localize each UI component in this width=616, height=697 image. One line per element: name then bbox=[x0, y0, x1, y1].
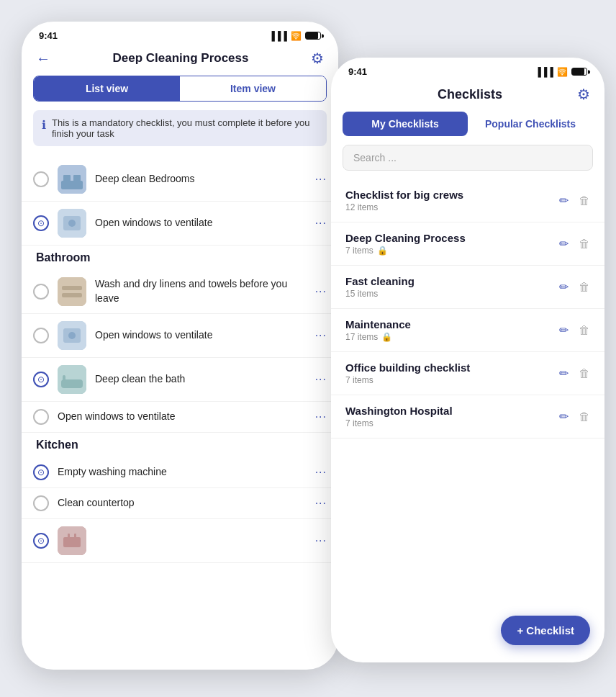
add-checklist-fab[interactable]: + Checklist bbox=[501, 616, 590, 645]
row-actions: ✏ 🗑 bbox=[559, 237, 590, 251]
svg-rect-3 bbox=[73, 175, 81, 182]
item-menu-dots[interactable]: ··· bbox=[315, 217, 327, 230]
right-tab-bar: My Checklists Popular Checklists bbox=[343, 112, 593, 136]
item-label: Wash and dry linens and towels before yo… bbox=[95, 277, 307, 305]
list-item: ⊙ Open windows to ventilate ··· bbox=[22, 202, 338, 246]
item-menu-dots[interactable]: ··· bbox=[315, 497, 327, 510]
row-actions: ✏ 🗑 bbox=[559, 194, 590, 207]
item-menu-dots[interactable]: ··· bbox=[315, 534, 327, 547]
svg-rect-15 bbox=[63, 375, 65, 381]
checklist-sub: 7 items 🔒 bbox=[345, 246, 559, 256]
check-circle[interactable] bbox=[33, 328, 49, 343]
back-button[interactable]: ← bbox=[36, 50, 50, 67]
list-item: Wash and dry linens and towels before yo… bbox=[22, 270, 338, 314]
list-item: ⊙ Deep clean the bath ··· bbox=[22, 358, 338, 402]
left-header: ← Deep Cleaning Process ⚙ bbox=[22, 44, 338, 76]
page-title-left: Deep Cleaning Process bbox=[113, 51, 249, 66]
lock-icon: 🔒 bbox=[381, 332, 392, 342]
list-row[interactable]: Fast cleaning 15 items ✏ 🗑 bbox=[331, 266, 604, 309]
edit-icon[interactable]: ✏ bbox=[559, 194, 569, 207]
checklist-title: Office building checklist bbox=[345, 361, 559, 374]
tab-list-view[interactable]: List view bbox=[34, 76, 180, 101]
svg-rect-8 bbox=[62, 286, 82, 290]
delete-icon[interactable]: 🗑 bbox=[579, 410, 590, 423]
item-menu-dots[interactable]: ··· bbox=[315, 410, 327, 423]
check-circle-camera[interactable]: ⊙ bbox=[33, 215, 49, 231]
list-row-content: Maintenance 17 items 🔒 bbox=[345, 318, 559, 342]
checklist-title: Washington Hospital bbox=[345, 405, 559, 417]
edit-icon[interactable]: ✏ bbox=[559, 367, 569, 380]
list-item: ⊙ Empty washing machine ··· bbox=[22, 457, 338, 488]
list-row[interactable]: Maintenance 17 items 🔒 ✏ 🗑 bbox=[331, 309, 604, 352]
row-actions: ✏ 🗑 bbox=[559, 367, 590, 380]
check-circle-camera[interactable]: ⊙ bbox=[33, 533, 49, 549]
item-thumbnail bbox=[58, 209, 86, 238]
list-row[interactable]: Deep Cleaning Process 7 items 🔒 ✏ 🗑 bbox=[331, 222, 604, 266]
item-menu-dots[interactable]: ··· bbox=[315, 173, 327, 186]
settings-button-left[interactable]: ⚙ bbox=[311, 50, 324, 67]
list-row[interactable]: Office building checklist 7 items ✏ 🗑 bbox=[331, 352, 604, 395]
row-actions: ✏ 🗑 bbox=[559, 410, 590, 423]
checklist-title: Fast cleaning bbox=[345, 275, 559, 287]
item-label: Open windows to ventilate bbox=[95, 216, 307, 230]
svg-rect-19 bbox=[74, 534, 76, 539]
tab-my-checklists[interactable]: My Checklists bbox=[343, 112, 468, 136]
edit-icon[interactable]: ✏ bbox=[559, 323, 569, 337]
item-thumbnail bbox=[58, 165, 86, 194]
item-label: Deep clean the bath bbox=[95, 372, 307, 387]
item-label: Open windows to ventilate bbox=[95, 328, 307, 343]
delete-icon[interactable]: 🗑 bbox=[579, 194, 590, 207]
check-circle-camera[interactable]: ⊙ bbox=[33, 372, 49, 387]
wifi-icon: 🛜 bbox=[291, 31, 302, 41]
check-circle[interactable] bbox=[33, 495, 49, 511]
list-row[interactable]: Washington Hospital 7 items ✏ 🗑 bbox=[331, 395, 604, 439]
delete-icon[interactable]: 🗑 bbox=[579, 324, 590, 337]
list-row-content: Deep Cleaning Process 7 items 🔒 bbox=[345, 232, 559, 256]
check-circle[interactable] bbox=[33, 409, 49, 425]
settings-button-right[interactable]: ⚙ bbox=[577, 86, 590, 103]
tab-item-view[interactable]: Item view bbox=[180, 76, 326, 101]
check-circle[interactable] bbox=[33, 171, 49, 187]
check-circle[interactable] bbox=[33, 284, 49, 300]
item-menu-dots[interactable]: ··· bbox=[315, 329, 327, 342]
list-row-content: Fast cleaning 15 items bbox=[345, 275, 559, 299]
checklist-sub: 7 items bbox=[345, 418, 559, 428]
battery-icon-right bbox=[571, 68, 587, 76]
time-left: 9:41 bbox=[39, 30, 58, 41]
list-row[interactable]: Checklist for big crews 12 items ✏ 🗑 bbox=[331, 179, 604, 222]
item-menu-dots[interactable]: ··· bbox=[315, 285, 327, 298]
edit-icon[interactable]: ✏ bbox=[559, 280, 569, 294]
edit-icon[interactable]: ✏ bbox=[559, 237, 569, 251]
svg-point-12 bbox=[68, 332, 76, 339]
delete-icon[interactable]: 🗑 bbox=[579, 238, 590, 251]
list-row-content: Office building checklist 7 items bbox=[345, 361, 559, 385]
item-menu-dots[interactable]: ··· bbox=[315, 373, 327, 386]
right-phone: 9:41 ▐▐▐ 🛜 Checklists ⚙ My Checklists Po… bbox=[331, 58, 604, 662]
item-thumbnail bbox=[58, 321, 86, 350]
item-label: Clean countertop bbox=[58, 496, 307, 511]
wifi-icon-right: 🛜 bbox=[557, 67, 568, 77]
signal-icon-right: ▐▐▐ bbox=[535, 67, 553, 77]
section-heading-bathroom: Bathroom bbox=[22, 246, 338, 270]
info-icon: ℹ bbox=[42, 118, 46, 132]
delete-icon[interactable]: 🗑 bbox=[579, 367, 590, 380]
edit-icon[interactable]: ✏ bbox=[559, 410, 569, 423]
status-bar-right: 9:41 ▐▐▐ 🛜 bbox=[331, 58, 604, 80]
item-menu-dots[interactable]: ··· bbox=[315, 466, 327, 479]
checklist-title: Checklist for big crews bbox=[345, 189, 559, 201]
delete-icon[interactable]: 🗑 bbox=[579, 281, 590, 294]
section-heading-kitchen: Kitchen bbox=[22, 433, 338, 457]
mandatory-banner: ℹ This is a mandatory checklist, you mus… bbox=[33, 110, 327, 146]
signal-icon: ▐▐▐ bbox=[268, 31, 287, 41]
svg-rect-17 bbox=[63, 537, 81, 547]
tab-popular-checklists[interactable]: Popular Checklists bbox=[468, 112, 593, 136]
search-input[interactable]: Search ... bbox=[343, 145, 593, 171]
checklist-sub: 12 items bbox=[345, 202, 559, 212]
item-label: Open windows to ventilate bbox=[58, 410, 307, 424]
checklist-title: Maintenance bbox=[345, 318, 559, 330]
tab-bar-left: List view Item view bbox=[33, 76, 327, 102]
checklist-sub: 17 items 🔒 bbox=[345, 332, 559, 342]
status-bar-left: 9:41 ▐▐▐ 🛜 bbox=[22, 22, 338, 44]
svg-rect-18 bbox=[68, 534, 70, 539]
check-circle-camera[interactable]: ⊙ bbox=[33, 464, 49, 480]
